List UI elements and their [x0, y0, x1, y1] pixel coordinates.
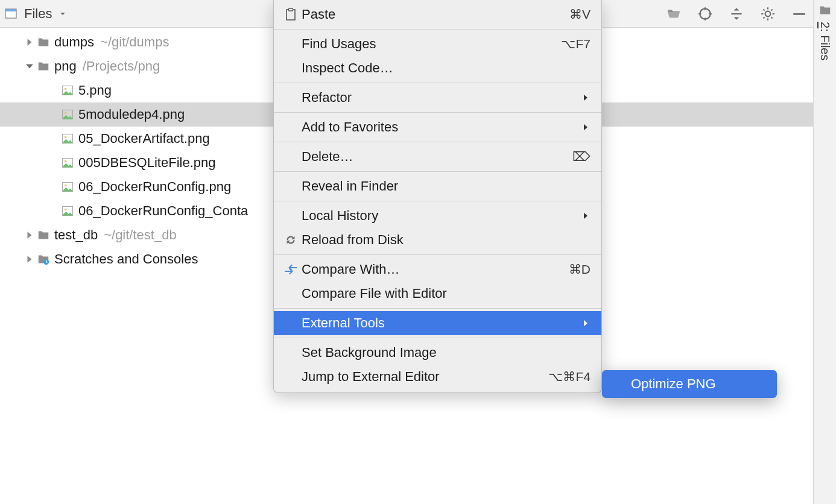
menu-separator: [274, 112, 601, 113]
menu-separator: [274, 254, 601, 255]
menu-item-label: Set Background Image: [302, 345, 591, 361]
menu-separator: [274, 29, 601, 30]
reload-icon: [280, 233, 302, 247]
svg-point-16: [65, 209, 67, 211]
gear-icon[interactable]: [759, 5, 777, 23]
menu-item-label: Add to Favorites: [302, 119, 576, 135]
svg-point-6: [65, 88, 67, 90]
tree-item-label: test_db: [54, 227, 98, 243]
submenu-arrow-icon: [581, 93, 591, 102]
external-tools-submenu: Optimize PNG: [602, 370, 777, 398]
menu-item-label: Reload from Disk: [302, 232, 591, 248]
menu-separator: [274, 142, 601, 142]
tree-item-label: 06_DockerRunConfig.png: [78, 179, 231, 195]
submenu-arrow-icon: [581, 318, 591, 328]
menu-item-label: Jump to External Editor: [302, 369, 548, 385]
menu-separator: [274, 338, 601, 338]
menu-item-label: Refactor: [302, 90, 576, 106]
svg-rect-1: [5, 9, 16, 11]
image-file-icon: [60, 180, 75, 194]
menu-item-compare-with[interactable]: Compare With… ⌘D: [274, 257, 601, 282]
svg-rect-19: [289, 8, 293, 11]
chevron-right-icon[interactable]: [23, 36, 36, 49]
tree-item-hint: ~/git/dumps: [100, 34, 169, 50]
context-menu: Paste ⌘V Find Usages ⌥F7 Inspect Code… R…: [273, 0, 602, 393]
menu-item-shortcut: ⌦: [572, 150, 591, 164]
menu-item-label: Inspect Code…: [302, 60, 591, 76]
image-file-icon: [60, 107, 75, 122]
menu-item-jump-external-editor[interactable]: Jump to External Editor ⌥⌘F4: [274, 365, 601, 389]
folder-icon: [36, 35, 51, 49]
chevron-down-icon[interactable]: [23, 60, 36, 73]
svg-point-3: [765, 11, 771, 16]
menu-item-set-background[interactable]: Set Background Image: [274, 341, 601, 365]
scratches-icon: [36, 252, 51, 266]
menu-item-label: Compare File with Editor: [302, 286, 591, 301]
menu-item-label: Delete…: [302, 149, 572, 165]
submenu-item-label: Optimize PNG: [631, 376, 716, 392]
menu-separator: [274, 83, 601, 83]
svg-point-2: [700, 8, 710, 19]
tree-item-label: 5.png: [78, 83, 112, 98]
target-icon[interactable]: [696, 5, 714, 23]
menu-item-shortcut: ⌘V: [569, 7, 591, 22]
chevron-right-icon[interactable]: [23, 228, 36, 242]
submenu-arrow-icon: [581, 122, 591, 132]
menu-item-label: Compare With…: [302, 262, 569, 277]
menu-item-external-tools[interactable]: External Tools: [274, 311, 601, 335]
menu-item-label: Reveal in Finder: [302, 178, 591, 194]
menu-item-shortcut: ⌥F7: [561, 37, 591, 51]
menu-item-reload-disk[interactable]: Reload from Disk: [274, 228, 601, 252]
menu-item-paste[interactable]: Paste ⌘V: [274, 2, 601, 27]
tree-item-label: Scratches and Consoles: [54, 251, 198, 267]
hide-icon[interactable]: [790, 5, 808, 23]
submenu-arrow-icon: [581, 211, 591, 221]
folder-icon[interactable]: [819, 4, 832, 17]
tree-item-label: 05_DockerArtifact.png: [78, 131, 210, 146]
image-file-icon: [60, 156, 75, 170]
menu-item-add-favorites[interactable]: Add to Favorites: [274, 115, 601, 139]
open-icon[interactable]: [665, 5, 683, 23]
menu-separator: [274, 308, 601, 309]
menu-item-label: Find Usages: [302, 36, 561, 52]
menu-item-local-history[interactable]: Local History: [274, 204, 601, 228]
tree-item-label: 06_DockerRunConfig_Conta: [78, 203, 248, 219]
svg-rect-4: [793, 13, 805, 14]
image-file-icon: [60, 83, 75, 98]
collapse-all-icon[interactable]: [727, 5, 746, 23]
tree-item-label: 5moduledep4.png: [78, 107, 185, 122]
menu-item-compare-editor[interactable]: Compare File with Editor: [274, 282, 601, 306]
folder-icon: [36, 228, 51, 242]
menu-separator: [274, 171, 601, 172]
svg-point-12: [65, 160, 67, 163]
svg-point-10: [65, 136, 67, 139]
right-tab-files[interactable]: 2: Files: [818, 22, 832, 60]
submenu-item-optimize-png[interactable]: Optimize PNG: [602, 373, 777, 395]
tree-item-hint: ~/git/test_db: [104, 227, 176, 243]
menu-item-delete[interactable]: Delete… ⌦: [274, 145, 601, 169]
image-file-icon: [60, 204, 75, 218]
menu-item-label: Local History: [302, 208, 576, 224]
chevron-right-icon[interactable]: [23, 253, 36, 266]
tool-window-title[interactable]: Files: [24, 6, 52, 22]
paste-icon: [280, 8, 302, 21]
tool-window-dropdown-icon[interactable]: [58, 9, 68, 19]
menu-item-find-usages[interactable]: Find Usages ⌥F7: [274, 32, 601, 56]
menu-item-shortcut: ⌘D: [569, 262, 591, 277]
tree-item-label: 005DBESQLiteFile.png: [78, 155, 215, 171]
menu-separator: [274, 201, 601, 201]
tree-item-label: png: [54, 58, 77, 74]
menu-item-label: Paste: [302, 7, 569, 22]
files-tool-window-icon: [5, 8, 17, 20]
folder-icon: [36, 59, 51, 74]
tree-item-label: dumps: [54, 34, 94, 50]
image-file-icon: [60, 131, 75, 146]
svg-point-8: [65, 112, 67, 115]
menu-item-inspect-code[interactable]: Inspect Code…: [274, 56, 601, 80]
menu-item-label: External Tools: [302, 315, 576, 331]
tree-item-hint: /Projects/png: [83, 58, 160, 74]
menu-item-reveal-finder[interactable]: Reveal in Finder: [274, 174, 601, 198]
svg-point-14: [65, 184, 67, 187]
compare-icon: [280, 263, 302, 276]
menu-item-refactor[interactable]: Refactor: [274, 86, 601, 110]
